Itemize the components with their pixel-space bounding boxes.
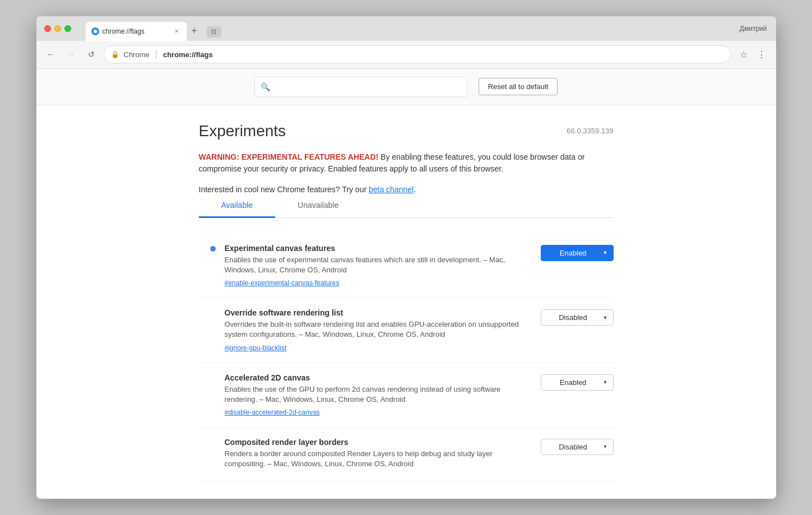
flag-control: Disabled Enabled Default (541, 439, 614, 455)
flag-name: Composited render layer borders (225, 438, 532, 447)
flag-link[interactable]: #ignore-gpu-blacklist (225, 344, 287, 352)
page-header: Experiments 66.0.3359.139 (199, 122, 614, 140)
flag-control: Enabled Disabled Default (541, 374, 614, 391)
bookmark-icon[interactable]: ☆ (736, 47, 751, 62)
tabs-navigation: Available Unavailable (199, 194, 614, 218)
window-controls: ⊡ (207, 26, 221, 38)
nav-bar: ← → ↺ 🔒 Chrome | chrome://flags ☆ ⋮ (36, 41, 776, 69)
back-button[interactable]: ← (43, 47, 59, 62)
flag-desc: Enables the use of experimental canvas f… (225, 255, 532, 275)
tab-close-icon[interactable]: ✕ (172, 27, 181, 36)
user-name: Дмитрий (740, 25, 767, 33)
flag-select-enabled[interactable]: Enabled Disabled Default (541, 245, 614, 261)
flag-select-wrap: Disabled Enabled Default (541, 439, 614, 455)
forward-button[interactable]: → (63, 47, 79, 62)
secure-icon: 🔒 (111, 50, 119, 58)
warning-box: WARNING: EXPERIMENTAL FEATURES AHEAD! By… (199, 151, 614, 175)
flag-desc: Enables the use of the GPU to perform 2d… (225, 384, 532, 405)
flag-link[interactable]: #disable-accelerated-2d-canvas (225, 409, 320, 416)
flag-info: Override software rendering list Overrid… (225, 308, 532, 352)
flag-desc: Overrides the built-in software renderin… (225, 319, 532, 340)
menu-icon[interactable]: ⋮ (754, 47, 769, 62)
window-restore-icon[interactable]: ⊡ (207, 26, 221, 38)
site-name: Chrome (124, 50, 150, 59)
warning-text: WARNING: EXPERIMENTAL FEATURES AHEAD! By… (199, 151, 614, 175)
page-content: 🔍 Reset all to default Experiments 66.0.… (36, 69, 776, 499)
flag-active-dot (210, 246, 216, 252)
minimize-button[interactable] (54, 25, 61, 32)
flag-info: Composited render layer borders Renders … (225, 438, 532, 471)
flag-select-disabled2[interactable]: Disabled Enabled Default (541, 439, 614, 455)
close-button[interactable] (44, 25, 51, 32)
flag-item: Override software rendering list Overrid… (199, 298, 614, 363)
tabs-area: chrome://flags ✕ + ⊡ (86, 22, 221, 41)
browser-tab[interactable]: chrome://flags ✕ (86, 22, 187, 41)
address-separator: | (155, 49, 157, 59)
browser-window: chrome://flags ✕ + ⊡ Дмитрий ← → ↺ 🔒 Chr… (36, 16, 776, 499)
flag-item: Accelerated 2D canvas Enables the use of… (199, 363, 614, 428)
search-box[interactable]: 🔍 (254, 77, 467, 97)
search-icon: 🔍 (261, 82, 270, 91)
address-path: chrome://flags (163, 50, 213, 59)
traffic-lights (44, 25, 71, 32)
flag-select-wrap: Enabled Disabled Default (541, 374, 614, 391)
beta-end: . (414, 185, 416, 194)
page-toolbar: 🔍 Reset all to default (36, 69, 776, 105)
flag-select-disabled[interactable]: Disabled Enabled Default (541, 309, 614, 326)
reload-button[interactable]: ↺ (83, 47, 99, 62)
flag-list: Experimental canvas features Enables the… (199, 234, 614, 482)
flag-select-wrap: Enabled Disabled Default (541, 245, 614, 261)
flag-link[interactable]: #enable-experimental-canvas-features (225, 279, 340, 287)
nav-right-controls: ☆ ⋮ (736, 47, 769, 62)
tab-available[interactable]: Available (199, 194, 276, 218)
tab-favicon (91, 27, 99, 35)
search-input[interactable] (275, 82, 461, 91)
version-number: 66.0.3359.139 (567, 127, 613, 135)
flag-item: Composited render layer borders Renders … (199, 428, 614, 482)
flag-select-enabled2[interactable]: Enabled Disabled Default (541, 374, 614, 391)
flag-desc: Renders a border around composited Rende… (225, 449, 532, 469)
beta-intro: Interested in cool new Chrome features? … (199, 185, 369, 194)
flag-item: Experimental canvas features Enables the… (199, 234, 614, 298)
flag-name: Accelerated 2D canvas (225, 373, 532, 382)
title-bar: chrome://flags ✕ + ⊡ Дмитрий (36, 16, 776, 41)
flag-select-wrap: Disabled Enabled Default (541, 309, 614, 326)
flag-name: Override software rendering list (225, 308, 532, 317)
flag-name: Experimental canvas features (225, 244, 532, 253)
maximize-button[interactable] (64, 25, 71, 32)
beta-channel-text: Interested in cool new Chrome features? … (199, 185, 614, 194)
page-title: Experiments (199, 122, 286, 140)
warning-highlight: WARNING: EXPERIMENTAL FEATURES AHEAD! (199, 152, 379, 161)
flag-control: Enabled Disabled Default (541, 245, 614, 261)
flag-info: Experimental canvas features Enables the… (225, 244, 532, 287)
tab-unavailable[interactable]: Unavailable (275, 194, 361, 218)
main-content: Experiments 66.0.3359.139 WARNING: EXPER… (188, 105, 625, 499)
address-bar[interactable]: 🔒 Chrome | chrome://flags (104, 45, 731, 63)
new-tab-button[interactable]: + (187, 24, 202, 39)
flag-control: Disabled Enabled Default (541, 309, 614, 326)
beta-channel-link[interactable]: beta channel (369, 185, 414, 194)
reset-all-button[interactable]: Reset all to default (479, 78, 558, 95)
tab-title: chrome://flags (103, 27, 169, 35)
flag-info: Accelerated 2D canvas Enables the use of… (225, 373, 532, 417)
